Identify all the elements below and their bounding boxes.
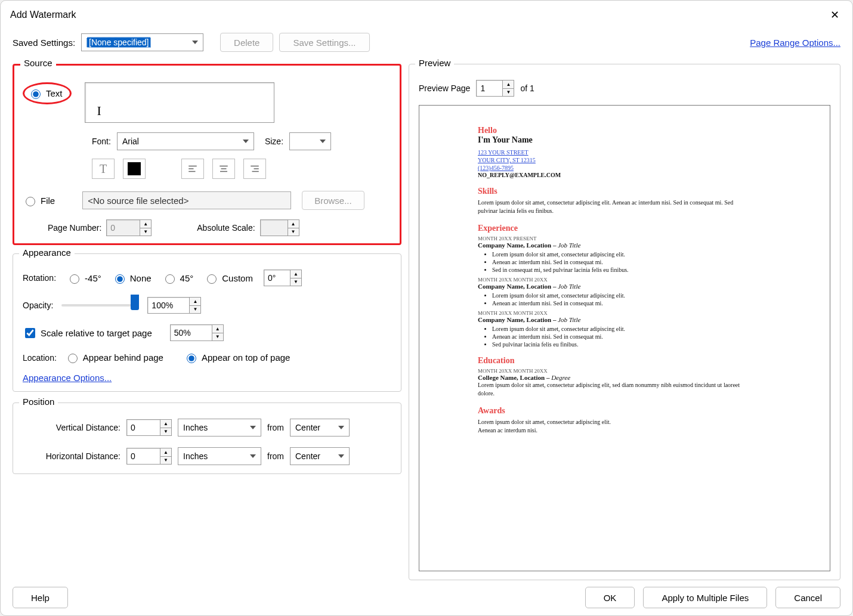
spin-down-icon[interactable]: ▼ xyxy=(140,228,151,236)
horizontal-distance-spinner[interactable]: ▲▼ xyxy=(126,448,172,465)
vertical-from-combo[interactable]: Center xyxy=(290,419,350,437)
opacity-slider[interactable] xyxy=(61,304,139,307)
appearance-options-link[interactable]: Appearance Options... xyxy=(23,373,112,383)
vertical-unit-combo[interactable]: Inches xyxy=(178,419,261,437)
spin-down-icon[interactable]: ▼ xyxy=(503,89,514,97)
spin-up-icon[interactable]: ▲ xyxy=(212,325,223,333)
horizontal-unit-combo[interactable]: Inches xyxy=(178,447,261,465)
from-label: from xyxy=(267,451,284,461)
horizontal-from-combo[interactable]: Center xyxy=(290,447,350,465)
saved-settings-label: Saved Settings: xyxy=(13,38,75,48)
preview-page-spinner[interactable]: ▲▼ xyxy=(476,80,514,97)
resume-hello: Hello xyxy=(478,126,740,135)
browse-button[interactable]: Browse... xyxy=(302,191,364,210)
position-group: Position Vertical Distance: ▲▼ Inches fr… xyxy=(13,403,401,474)
absolute-scale-spinner[interactable]: ▲▼ xyxy=(260,219,299,236)
size-combo[interactable] xyxy=(289,132,331,150)
cancel-button[interactable]: Cancel xyxy=(775,587,840,608)
vertical-distance-label: Vertical Distance: xyxy=(31,423,120,432)
preview-page-label: Preview Page xyxy=(419,83,470,93)
horizontal-distance-label: Horizontal Distance: xyxy=(31,451,120,461)
underline-button[interactable]: T xyxy=(92,159,115,179)
vertical-distance-spinner[interactable]: ▲▼ xyxy=(126,419,172,436)
text-color-button[interactable] xyxy=(123,159,146,179)
preview-group: Preview Preview Page ▲▼ of 1 Hello I'm Y… xyxy=(409,64,840,580)
text-radio-highlight: Text xyxy=(23,82,72,104)
location-behind-radio[interactable]: Appear behind page xyxy=(65,352,163,363)
font-combo[interactable]: Arial xyxy=(117,132,254,150)
resume-skills-body: Lorem ipsum dolor sit amet, consectetur … xyxy=(478,199,740,215)
page-range-options-link[interactable]: Page Range Options... xyxy=(750,38,840,48)
appearance-group: Appearance Rotation: -45° None 45° Custo… xyxy=(13,253,401,392)
spin-up-icon[interactable]: ▲ xyxy=(290,270,301,278)
close-button[interactable]: ✕ xyxy=(826,7,844,23)
spin-up-icon[interactable]: ▲ xyxy=(503,81,514,89)
location-top-radio[interactable]: Appear on top of page xyxy=(184,352,290,363)
source-group: Source Text I xyxy=(13,64,401,245)
chevron-down-icon xyxy=(250,426,256,429)
spin-down-icon[interactable]: ▼ xyxy=(212,333,223,341)
scale-input[interactable] xyxy=(170,324,212,341)
resume-bullet: Aenean ac interdum nisi. Sed in consequa… xyxy=(492,333,740,340)
absolute-scale-input[interactable] xyxy=(260,219,288,236)
vertical-unit-value: Inches xyxy=(183,423,208,432)
scale-spinner[interactable]: ▲▼ xyxy=(170,324,224,341)
opacity-input[interactable] xyxy=(147,297,189,314)
apply-multiple-button[interactable]: Apply to Multiple Files xyxy=(643,587,767,608)
spin-down-icon[interactable]: ▼ xyxy=(160,428,171,436)
spin-up-icon[interactable]: ▲ xyxy=(190,298,200,306)
rotation-custom-input[interactable] xyxy=(264,270,290,286)
spin-up-icon[interactable]: ▲ xyxy=(288,220,299,228)
page-number-input[interactable] xyxy=(106,219,140,236)
spin-up-icon[interactable]: ▲ xyxy=(140,220,151,228)
watermark-text-input[interactable]: I xyxy=(85,82,274,123)
resume-exp2-date: MONTH 20XX MONTH 20XX xyxy=(478,277,740,283)
spin-down-icon[interactable]: ▼ xyxy=(160,457,171,465)
page-number-label: Page Number: xyxy=(48,223,101,233)
align-left-button[interactable] xyxy=(181,159,204,179)
align-left-icon xyxy=(187,163,198,174)
ok-button[interactable]: OK xyxy=(585,587,635,608)
opacity-spinner[interactable]: ▲▼ xyxy=(147,297,201,314)
source-text-radio[interactable]: Text xyxy=(28,88,63,99)
source-legend: Source xyxy=(20,58,56,68)
size-label: Size: xyxy=(265,137,283,146)
vertical-from-value: Center xyxy=(295,423,320,432)
preview-legend: Preview xyxy=(415,58,454,68)
resume-bullet: Aenean ac interdum nisi. Sed in consequa… xyxy=(492,300,740,307)
save-settings-button[interactable]: Save Settings... xyxy=(279,33,369,52)
delete-button[interactable]: Delete xyxy=(220,33,273,52)
scale-relative-label: Scale relative to target page xyxy=(41,328,152,338)
help-button[interactable]: Help xyxy=(13,587,68,608)
resume-name: I'm Your Name xyxy=(478,135,740,145)
resume-edu-date: MONTH 20XX MONTH 20XX xyxy=(478,368,740,374)
rotation-none-radio[interactable]: None xyxy=(112,273,152,284)
scale-relative-checkbox[interactable]: Scale relative to target page xyxy=(23,326,152,340)
align-right-icon xyxy=(249,163,260,174)
spin-down-icon[interactable]: ▼ xyxy=(190,306,200,314)
spin-down-icon[interactable]: ▼ xyxy=(288,228,299,236)
opacity-label: Opacity: xyxy=(23,301,53,310)
page-number-spinner[interactable]: ▲▼ xyxy=(106,219,152,236)
vertical-distance-input[interactable] xyxy=(126,419,160,436)
spin-up-icon[interactable]: ▲ xyxy=(160,448,171,457)
rotation-neg45-radio[interactable]: -45° xyxy=(67,273,101,284)
resume-experience-heading: Experience xyxy=(478,224,740,233)
rotation-custom-spinner[interactable]: ▲▼ xyxy=(264,270,302,286)
source-file-radio[interactable]: File xyxy=(23,195,55,206)
preview-page-input[interactable] xyxy=(476,80,502,97)
dialog-title: Add Watermark xyxy=(10,10,76,20)
spin-down-icon[interactable]: ▼ xyxy=(290,278,301,286)
rotation-custom-radio[interactable]: Custom xyxy=(204,273,253,284)
chevron-down-icon xyxy=(320,140,326,143)
chevron-down-icon xyxy=(338,454,344,458)
spin-up-icon[interactable]: ▲ xyxy=(160,420,171,428)
color-swatch-icon xyxy=(128,162,141,175)
resume-exp1-date: MONTH 20XX PRESENT xyxy=(478,236,740,242)
horizontal-distance-input[interactable] xyxy=(126,448,160,465)
rotation-45-radio[interactable]: 45° xyxy=(162,273,194,284)
saved-settings-combo[interactable]: [None specified] xyxy=(81,33,203,51)
align-center-button[interactable] xyxy=(212,159,235,179)
align-right-button[interactable] xyxy=(243,159,266,179)
rotation-none-label: None xyxy=(130,273,152,283)
